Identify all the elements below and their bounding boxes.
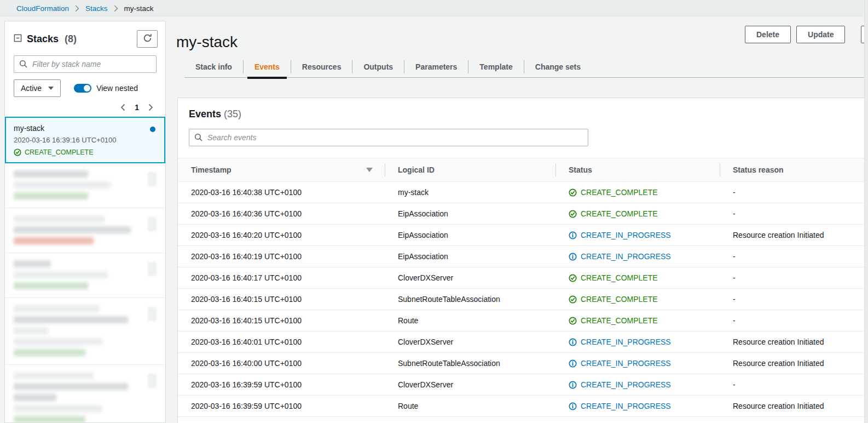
event-logical-id: SubnetRouteTableAssociation bbox=[385, 289, 555, 310]
tab-resources[interactable]: Resources bbox=[291, 56, 352, 78]
events-panel-header: Events(35) bbox=[178, 98, 867, 120]
column-divider bbox=[385, 163, 385, 176]
column-header-status[interactable]: Status bbox=[555, 158, 720, 182]
tab-template[interactable]: Template bbox=[468, 56, 523, 78]
tab-outputs[interactable]: Outputs bbox=[352, 56, 404, 78]
stack-action-buttons: DeleteUpdate bbox=[745, 26, 845, 43]
stack-filter-input[interactable] bbox=[14, 55, 157, 73]
stack-status-filter-value: Active bbox=[21, 84, 42, 93]
event-status: CREATE_IN_PROGRESS bbox=[555, 225, 720, 246]
stack-detail-tabs: Stack infoEventsResourcesOutputsParamete… bbox=[184, 56, 868, 78]
stack-timestamp: 2020-03-16 16:39:16 UTC+0100 bbox=[14, 136, 157, 144]
breadcrumb-item-cloudformation[interactable]: CloudFormation bbox=[16, 4, 69, 13]
redacted-text-line bbox=[14, 316, 128, 323]
redacted-stack-card[interactable] bbox=[5, 298, 165, 365]
event-logical-id: EipAssociation bbox=[385, 225, 555, 246]
stack-card-my-stack[interactable]: my-stack 2020-03-16 16:39:16 UTC+0100 CR… bbox=[5, 117, 165, 163]
event-logical-id: EipAssociation bbox=[385, 246, 555, 267]
redacted-radio-placeholder bbox=[148, 217, 157, 231]
redacted-text-line bbox=[14, 327, 48, 334]
chevron-down-icon bbox=[48, 87, 54, 90]
delete-button[interactable]: Delete bbox=[745, 26, 791, 43]
update-button[interactable]: Update bbox=[796, 26, 845, 43]
tab-stack-info[interactable]: Stack info bbox=[184, 56, 243, 78]
event-status-reason: - bbox=[720, 246, 867, 267]
tab-parameters[interactable]: Parameters bbox=[404, 56, 468, 78]
check-circle-icon bbox=[569, 210, 577, 218]
events-search-input[interactable] bbox=[189, 129, 588, 146]
event-status-reason: - bbox=[720, 374, 867, 396]
stack-status-label: CREATE_COMPLETE bbox=[25, 148, 94, 156]
info-circle-icon bbox=[569, 338, 577, 346]
column-header-timestamp[interactable]: Timestamp bbox=[178, 158, 385, 182]
event-status-label: CREATE_IN_PROGRESS bbox=[581, 359, 671, 368]
stack-filter bbox=[14, 55, 157, 73]
info-circle-icon bbox=[569, 253, 577, 261]
sidebar-pagination: 1 bbox=[5, 103, 153, 112]
redacted-text-line bbox=[14, 383, 128, 390]
event-status-label: CREATE_IN_PROGRESS bbox=[581, 252, 671, 261]
view-nested-label: View nested bbox=[96, 84, 138, 93]
event-logical-id: Route bbox=[385, 310, 555, 331]
event-status: CREATE_COMPLETE bbox=[555, 310, 720, 331]
column-header-logical-id[interactable]: Logical ID bbox=[385, 158, 555, 182]
redacted-stack-card[interactable] bbox=[5, 163, 165, 208]
event-row: 2020-03-16 16:40:00 UTC+0100SubnetRouteT… bbox=[178, 353, 867, 374]
event-status-label: CREATE_IN_PROGRESS bbox=[581, 338, 671, 346]
breadcrumb: CloudFormationStacksmy-stack bbox=[0, 0, 868, 17]
info-circle-icon bbox=[569, 359, 577, 368]
event-row: 2020-03-16 16:40:38 UTC+0100my-stackCREA… bbox=[178, 182, 867, 203]
collapse-panel-icon[interactable] bbox=[14, 34, 22, 44]
event-timestamp: 2020-03-16 16:40:17 UTC+0100 bbox=[178, 267, 385, 289]
event-status-label: CREATE_IN_PROGRESS bbox=[581, 380, 671, 389]
column-header-status-reason[interactable]: Status reason bbox=[720, 158, 867, 182]
event-row: 2020-03-16 16:40:15 UTC+0100RouteCREATE_… bbox=[178, 310, 867, 331]
event-row: 2020-03-16 16:40:36 UTC+0100EipAssociati… bbox=[178, 203, 867, 225]
event-status: CREATE_IN_PROGRESS bbox=[555, 331, 720, 353]
event-logical-id: EipAssociation bbox=[385, 203, 555, 225]
next-page-button[interactable] bbox=[148, 104, 153, 111]
toggle-knob bbox=[84, 85, 90, 92]
redacted-text-line bbox=[14, 271, 108, 278]
redacted-radio-placeholder bbox=[148, 262, 157, 276]
vertical-scrollbar[interactable] bbox=[864, 0, 868, 423]
events-table-header-row: TimestampLogical IDStatusStatus reason bbox=[178, 158, 867, 182]
stack-list: my-stack 2020-03-16 16:39:16 UTC+0100 CR… bbox=[5, 117, 165, 423]
event-status-reason: Resource creation Initiated bbox=[720, 353, 867, 374]
redacted-stack-card[interactable] bbox=[5, 365, 165, 423]
sidebar-stack-count: (8) bbox=[65, 33, 77, 45]
tab-events[interactable]: Events bbox=[244, 56, 291, 78]
check-circle-icon bbox=[569, 188, 577, 197]
event-logical-id: Route bbox=[385, 396, 555, 417]
redacted-radio-placeholder bbox=[148, 172, 157, 186]
event-row: 2020-03-16 16:40:15 UTC+0100SubnetRouteT… bbox=[178, 289, 867, 310]
current-page-number[interactable]: 1 bbox=[135, 103, 139, 112]
event-timestamp: 2020-03-16 16:40:00 UTC+0100 bbox=[178, 353, 385, 374]
redacted-text-line bbox=[14, 338, 102, 345]
redacted-radio-placeholder bbox=[148, 374, 157, 388]
redacted-stack-card[interactable] bbox=[5, 208, 165, 253]
tab-change-sets[interactable]: Change sets bbox=[524, 56, 592, 78]
sidebar-title: Stacks bbox=[27, 33, 59, 45]
stack-selected-radio[interactable] bbox=[150, 127, 155, 132]
sidebar-controls: Active View nested bbox=[14, 79, 157, 97]
event-logical-id: my-stack bbox=[385, 182, 555, 203]
column-divider bbox=[720, 163, 720, 176]
breadcrumb-item-stacks[interactable]: Stacks bbox=[85, 4, 108, 13]
redacted-text-line bbox=[14, 192, 88, 199]
refresh-button[interactable] bbox=[137, 30, 158, 48]
event-logical-id: CloverDXServer bbox=[385, 267, 555, 289]
event-status-reason: - bbox=[720, 310, 867, 331]
sort-descending-icon[interactable] bbox=[366, 168, 373, 172]
stack-status-filter-dropdown[interactable]: Active bbox=[14, 79, 61, 97]
redacted-stack-card[interactable] bbox=[5, 253, 165, 298]
breadcrumb-item-my-stack: my-stack bbox=[124, 4, 154, 13]
event-timestamp: 2020-03-16 16:40:15 UTC+0100 bbox=[178, 310, 385, 331]
event-status-reason: - bbox=[720, 203, 867, 225]
info-circle-icon bbox=[569, 402, 577, 410]
previous-page-button[interactable] bbox=[120, 104, 125, 111]
event-timestamp: 2020-03-16 16:40:19 UTC+0100 bbox=[178, 246, 385, 267]
redacted-text-line bbox=[14, 349, 85, 356]
redacted-text-line bbox=[14, 282, 88, 289]
view-nested-toggle[interactable] bbox=[74, 84, 91, 93]
